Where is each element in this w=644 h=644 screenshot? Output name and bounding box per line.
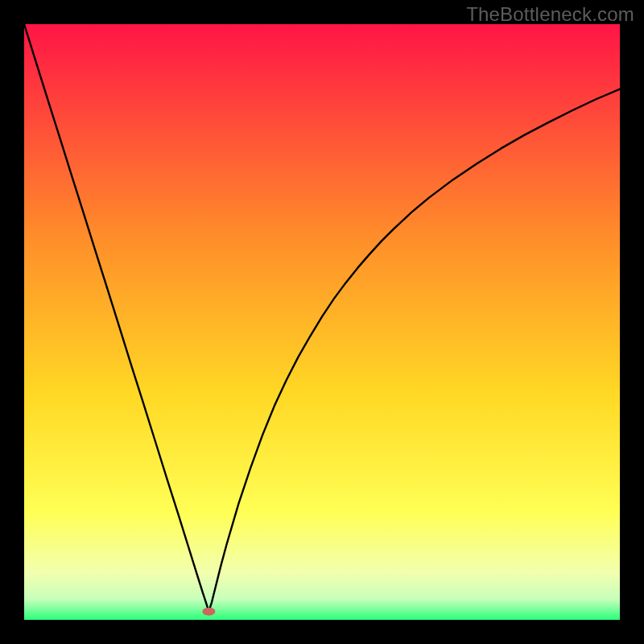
- plot-area: [24, 24, 620, 620]
- chart-frame: TheBottleneck.com: [0, 0, 644, 644]
- chart-background: [24, 24, 620, 620]
- watermark-text: TheBottleneck.com: [466, 3, 634, 26]
- chart-svg: [24, 24, 620, 620]
- minimum-marker: [202, 608, 215, 616]
